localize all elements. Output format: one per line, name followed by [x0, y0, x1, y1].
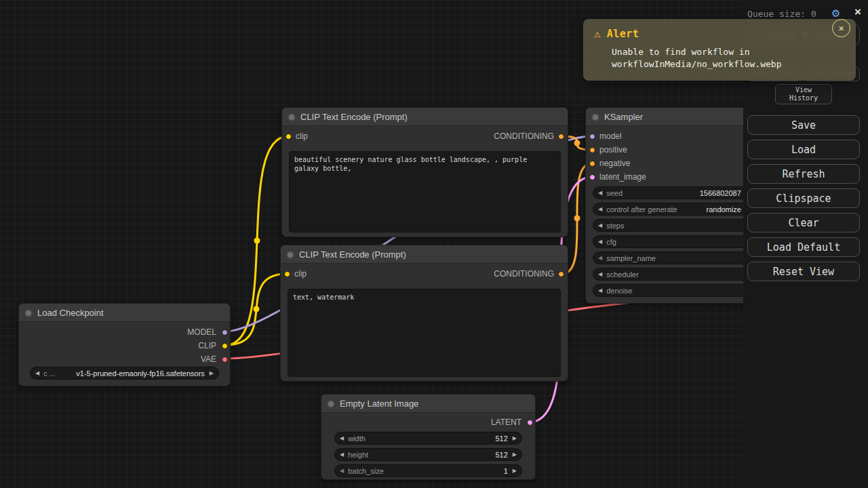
reset-view-button[interactable]: Reset View [747, 262, 860, 281]
collapse-dot-icon[interactable] [24, 309, 33, 317]
decrement-arrow-icon[interactable]: ◀ [598, 239, 602, 245]
prompt-textarea[interactable]: beautiful scenery nature glass bottle la… [289, 151, 561, 232]
widget-control-after-generate[interactable]: ◀ control after generate randomize ▶ [593, 203, 755, 216]
widget-scheduler[interactable]: ◀ scheduler ▶ [593, 268, 755, 281]
save-button[interactable]: Save [747, 115, 860, 135]
node-load-checkpoint[interactable]: Load Checkpoint MODEL CLIP VAE ◀ c ... v… [18, 303, 231, 386]
input-slot-clip[interactable] [284, 271, 290, 277]
input-slot-negative[interactable] [589, 161, 595, 167]
widget-sampler-name[interactable]: ◀ sampler_name ▶ [593, 251, 755, 264]
decrement-arrow-icon[interactable]: ◀ [598, 272, 602, 277]
increment-arrow-icon[interactable]: ▶ [513, 452, 517, 458]
collapse-dot-icon[interactable] [286, 251, 294, 259]
warning-icon: ⚠ [594, 27, 601, 40]
widget-label: sampler_name [606, 254, 656, 262]
output-slot-conditioning[interactable] [558, 134, 564, 140]
input-label-latent-image: latent_image [599, 173, 646, 182]
widget-value: v1-5-pruned-emaonly-fp16.safetensors [76, 369, 205, 378]
node-title: Load Checkpoint [37, 308, 104, 318]
load-button[interactable]: Load [747, 140, 860, 159]
node-title: CLIP Text Encode (Prompt) [300, 112, 408, 122]
widget-label: steps [606, 222, 624, 230]
decrement-arrow-icon[interactable]: ◀ [35, 371, 39, 376]
widget-width[interactable]: ◀ width 512 ▶ [334, 432, 522, 445]
collapse-dot-icon[interactable] [591, 113, 599, 121]
increment-arrow-icon[interactable]: ▶ [513, 436, 517, 441]
decrement-arrow-icon[interactable]: ◀ [340, 436, 344, 441]
node-ksampler[interactable]: KSampler model positive negative latent_… [585, 107, 763, 304]
alert-close-button[interactable]: × [832, 19, 850, 37]
widget-value: randomize [706, 205, 741, 214]
increment-arrow-icon[interactable]: ▶ [210, 371, 214, 376]
input-slot-model[interactable] [589, 134, 595, 140]
widget-batch-size[interactable]: ◀ batch_size 1 ▶ [334, 464, 522, 477]
input-label-model: model [599, 132, 622, 141]
output-label-clip: CLIP [198, 342, 216, 350]
increment-arrow-icon[interactable]: ▶ [513, 468, 517, 474]
widget-label: height [348, 451, 368, 459]
close-icon: × [838, 23, 844, 34]
decrement-arrow-icon[interactable]: ◀ [598, 288, 602, 293]
alert-toast: ⚠ Alert Unable to find workflow in workf… [583, 19, 856, 81]
widget-value: 512 [495, 434, 507, 443]
view-history-button[interactable]: View History [775, 84, 832, 104]
output-label-conditioning: CONDITIONING [494, 132, 554, 141]
widget-denoise[interactable]: ◀ denoise ▶ [593, 284, 755, 297]
node-title: KSampler [604, 112, 643, 122]
node-header[interactable]: CLIP Text Encode (Prompt) [281, 245, 568, 264]
widget-value: 1 [504, 467, 508, 475]
output-slot-model[interactable] [222, 329, 228, 336]
output-slot-vae[interactable] [222, 357, 228, 363]
input-label-clip: clip [294, 270, 307, 279]
node-title: Empty Latent Image [340, 399, 418, 409]
decrement-arrow-icon[interactable]: ◀ [598, 256, 602, 261]
decrement-arrow-icon[interactable]: ◀ [340, 468, 344, 474]
widget-cfg[interactable]: ◀ cfg ▶ [593, 235, 755, 248]
output-slot-latent[interactable] [527, 420, 533, 426]
input-slot-latent-image[interactable] [589, 174, 595, 180]
input-label-negative: negative [599, 159, 630, 168]
clipspace-button[interactable]: Clipspace [747, 188, 860, 208]
widget-label: denoise [606, 287, 633, 295]
clear-button[interactable]: Clear [747, 213, 860, 232]
widget-height[interactable]: ◀ height 512 ▶ [334, 448, 522, 461]
settings-gear-icon[interactable]: ⚙ [831, 7, 840, 20]
node-header[interactable]: CLIP Text Encode (Prompt) [282, 108, 568, 126]
widget-steps[interactable]: ◀ steps ▶ [593, 219, 755, 232]
output-slot-conditioning[interactable] [558, 271, 564, 277]
widget-seed[interactable]: ◀ seed 1566802087 ▶ [593, 186, 755, 199]
prompt-textarea[interactable]: text, watermark [288, 289, 561, 377]
input-slot-clip[interactable] [285, 134, 292, 140]
widget-label: control after generate [606, 205, 677, 214]
output-slot-clip[interactable] [222, 343, 228, 349]
output-label-conditioning: CONDITIONING [494, 270, 554, 279]
widget-label: width [348, 434, 366, 443]
node-header[interactable]: Empty Latent Image [321, 394, 535, 413]
load-default-button[interactable]: Load Default [747, 237, 860, 257]
collapse-dot-icon[interactable] [327, 400, 335, 408]
alert-message: Unable to find workflow in workflowInMed… [612, 46, 816, 71]
collapse-dot-icon[interactable] [288, 113, 296, 121]
widget-label: scheduler [606, 270, 639, 279]
decrement-arrow-icon[interactable]: ◀ [598, 223, 602, 228]
node-title: CLIP Text Encode (Prompt) [299, 249, 406, 260]
node-header[interactable]: KSampler [586, 108, 762, 126]
widget-label: c ... [43, 369, 56, 378]
node-clip-text-encode-positive[interactable]: CLIP Text Encode (Prompt) clip CONDITION… [281, 107, 568, 237]
ckpt-name-widget[interactable]: ◀ c ... v1-5-pruned-emaonly-fp16.safeten… [30, 367, 219, 380]
node-header[interactable]: Load Checkpoint [19, 304, 230, 322]
decrement-arrow-icon[interactable]: ◀ [340, 452, 344, 458]
output-label-model: MODEL [187, 328, 216, 337]
decrement-arrow-icon[interactable]: ◀ [598, 190, 602, 196]
node-clip-text-encode-negative[interactable]: CLIP Text Encode (Prompt) clip CONDITION… [280, 245, 568, 382]
output-label-latent: LATENT [491, 418, 521, 427]
widget-label: cfg [606, 238, 616, 246]
queue-size-label: Queue size: 0 [747, 9, 816, 19]
decrement-arrow-icon[interactable]: ◀ [598, 207, 602, 212]
menu-close-icon[interactable]: × [854, 5, 861, 19]
widget-label: seed [606, 189, 623, 197]
input-slot-positive[interactable] [589, 147, 595, 153]
refresh-button[interactable]: Refresh [747, 164, 860, 184]
output-label-vae: VAE [201, 355, 216, 364]
node-empty-latent-image[interactable]: Empty Latent Image LATENT ◀ width 512 ▶ … [321, 394, 536, 480]
